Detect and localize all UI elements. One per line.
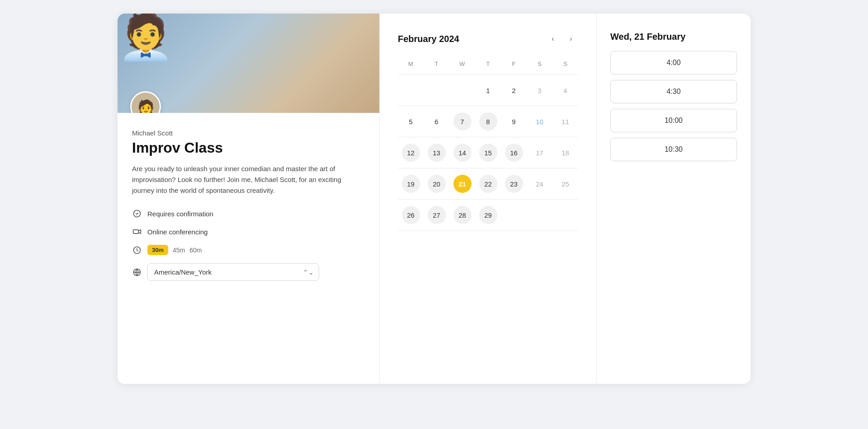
cal-cell[interactable]: 15 [475, 137, 501, 168]
cal-cell[interactable]: 1 [475, 75, 501, 106]
cal-day: 11 [557, 112, 575, 131]
cal-day: 22 [479, 175, 497, 193]
cal-day: 23 [505, 175, 523, 193]
cal-cell[interactable]: 12 [398, 137, 424, 168]
cal-day: 13 [428, 144, 446, 162]
cal-cell[interactable]: 27 [424, 200, 449, 230]
cal-cell[interactable]: 17 [527, 137, 552, 168]
time-slot[interactable]: 10:30 [610, 138, 737, 161]
cal-cell[interactable]: 25 [552, 168, 578, 199]
left-panel: 🧑‍💼 🧑 Michael Scott Improv Class Are you… [118, 14, 380, 384]
cal-cell[interactable]: 24 [527, 168, 552, 199]
cal-day: 3 [531, 81, 549, 99]
cal-cell[interactable]: 23 [501, 168, 527, 199]
cal-cell[interactable]: 14 [449, 137, 475, 168]
cal-day: 19 [402, 175, 420, 193]
cal-day: 8 [479, 112, 497, 131]
avatar: 🧑 [130, 91, 161, 113]
cal-cell[interactable]: 16 [501, 137, 527, 168]
host-name: Michael Scott [132, 129, 365, 137]
event-title: Improv Class [132, 140, 365, 156]
confirmation-row: Requires confirmation [132, 209, 365, 219]
cal-cell[interactable]: 11 [552, 106, 578, 137]
day-header-s2: S [552, 57, 578, 71]
cal-cell[interactable]: 3 [527, 75, 552, 106]
cal-cell[interactable]: 13 [424, 137, 449, 168]
cal-day: 2 [505, 81, 523, 99]
cal-cell[interactable]: 18 [552, 137, 578, 168]
duration-options: 30m 45m 60m [147, 245, 202, 255]
conferencing-row: Online conferencing [132, 227, 365, 237]
cal-day: 9 [505, 112, 523, 131]
time-slot[interactable]: 4:30 [610, 80, 737, 103]
profile-content: Michael Scott Improv Class Are you ready… [118, 113, 379, 295]
cal-cell[interactable]: 7 [449, 106, 475, 137]
cal-day: 26 [402, 206, 420, 224]
calendar-header: February 2024 ‹ › [398, 32, 578, 46]
cal-day: 28 [453, 206, 472, 224]
cal-cell[interactable]: 5 [398, 106, 424, 137]
timezone-row: America/New_York America/Chicago America… [132, 263, 365, 281]
day-header-t2: T [475, 57, 501, 71]
time-slot[interactable]: 4:00 [610, 51, 737, 75]
timezone-select[interactable]: America/New_York America/Chicago America… [147, 263, 319, 281]
cal-day: 1 [479, 81, 497, 99]
cal-cell[interactable]: 9 [501, 106, 527, 137]
cal-cell[interactable]: 4 [552, 75, 578, 106]
cal-day: 7 [453, 112, 472, 131]
cal-cell[interactable]: 10 [527, 106, 552, 137]
cal-cell[interactable]: 19 [398, 168, 424, 199]
cal-cell[interactable]: 2 [501, 75, 527, 106]
calendar-week-0: 1234 [398, 75, 578, 106]
prev-month-button[interactable]: ‹ [546, 32, 560, 46]
cal-cell[interactable]: 21 [449, 168, 475, 199]
calendar-nav: ‹ › [546, 32, 578, 46]
cal-cell[interactable]: 22 [475, 168, 501, 199]
cal-day [453, 81, 472, 99]
cal-day: 24 [531, 175, 549, 193]
cal-day: 6 [428, 112, 446, 131]
video-icon [132, 227, 142, 237]
cal-cell[interactable]: 28 [449, 200, 475, 230]
day-headers: M T W T F S S [398, 57, 578, 71]
duration-row: 30m 45m 60m [132, 245, 365, 255]
cal-cell [449, 75, 475, 106]
timezone-select-wrapper[interactable]: America/New_York America/Chicago America… [147, 263, 319, 281]
cal-day [428, 81, 446, 99]
cal-day: 21 [453, 175, 472, 193]
cover-photo: 🧑‍💼 🧑 [118, 14, 379, 113]
cal-day [531, 206, 549, 224]
cal-cell[interactable]: 8 [475, 106, 501, 137]
calendar-week-4: 26272829 [398, 199, 578, 231]
time-slot[interactable]: 10:00 [610, 109, 737, 132]
cal-cell [501, 200, 527, 230]
cal-day: 25 [557, 175, 575, 193]
calendar-week-1: 567891011 [398, 106, 578, 137]
confirmation-label: Requires confirmation [147, 210, 213, 218]
confirmation-icon [132, 209, 142, 219]
cal-cell[interactable]: 6 [424, 106, 449, 137]
calendar-panel: February 2024 ‹ › M T W T F S S 12345678… [380, 14, 597, 384]
cal-day: 12 [402, 144, 420, 162]
cal-cell[interactable]: 26 [398, 200, 424, 230]
cal-day: 14 [453, 144, 472, 162]
cal-day: 15 [479, 144, 497, 162]
day-header-t1: T [424, 57, 449, 71]
cal-day [557, 206, 575, 224]
duration-45m[interactable]: 45m [173, 247, 185, 254]
cal-day: 16 [505, 144, 523, 162]
cal-day: 10 [531, 112, 549, 131]
next-month-button[interactable]: › [564, 32, 578, 46]
calendar-month-title: February 2024 [398, 34, 459, 44]
calendar-week-2: 12131415161718 [398, 137, 578, 168]
day-header-w: W [449, 57, 475, 71]
cal-day: 17 [531, 144, 549, 162]
selected-date-heading: Wed, 21 February [610, 32, 737, 42]
duration-60m[interactable]: 60m [189, 247, 202, 254]
cal-cell[interactable]: 20 [424, 168, 449, 199]
cal-cell[interactable]: 29 [475, 200, 501, 230]
event-description: Are you ready to unleash your inner come… [132, 163, 365, 196]
cal-day: 5 [402, 112, 420, 131]
duration-selected[interactable]: 30m [147, 245, 168, 255]
cal-cell [552, 200, 578, 230]
